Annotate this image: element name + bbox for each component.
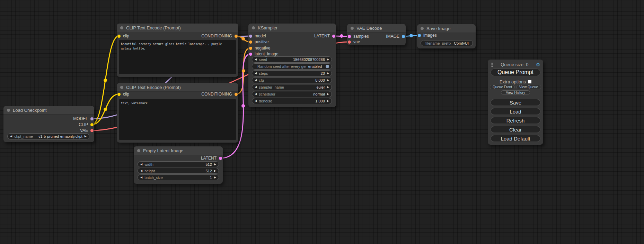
link-midpoint-dot[interactable] [104, 79, 107, 82]
latent-output-dot[interactable] [219, 157, 222, 160]
conditioning-input-dot[interactable] [249, 40, 252, 44]
conditioning-output-dot[interactable] [235, 93, 238, 96]
queue-panel[interactable]: Queue size: 0 ⚙ Queue Prompt Extra optio… [488, 60, 543, 145]
next-value-arrow-icon[interactable]: ▶ [327, 93, 329, 96]
link-midpoint-dot[interactable] [241, 104, 245, 108]
output-slot-conditioning[interactable]: CONDITIONING [201, 33, 238, 39]
output-slot-latent[interactable]: LATENT [314, 33, 335, 39]
increment-arrow-icon[interactable]: ▶ [214, 163, 216, 166]
increment-arrow-icon[interactable]: ▶ [327, 58, 329, 61]
view-history-button[interactable]: View History [501, 90, 530, 95]
comfyui-graph-canvas[interactable]: Load Checkpoint MODEL CLIP VAE ◀ ckpt_na… [0, 0, 644, 244]
node-title-bar[interactable]: CLIP Text Encode (Prompt) [117, 83, 238, 92]
input-slot-latent-image[interactable]: latent_image [249, 51, 279, 57]
image-output-dot[interactable] [402, 35, 405, 38]
link-midpoint-dot[interactable] [104, 108, 107, 111]
node-empty-latent-image[interactable]: Empty Latent Image LATENT ◀ width 512 ▶ … [134, 146, 223, 184]
image-input-dot[interactable] [418, 34, 421, 37]
node-title-bar[interactable]: CLIP Text Encode (Prompt) [117, 24, 238, 32]
input-slot-clip[interactable]: clip [117, 91, 129, 97]
input-slot-clip[interactable]: clip [117, 33, 129, 39]
output-slot-image[interactable]: IMAGE [386, 34, 405, 39]
input-slot-images[interactable]: images [418, 33, 437, 38]
decrement-arrow-icon[interactable]: ◀ [140, 163, 142, 166]
clip-output-dot[interactable] [90, 123, 94, 126]
node-save-image[interactable]: Save Image images filename_prefix ComfyU… [417, 24, 476, 48]
prev-value-arrow-icon[interactable]: ◀ [255, 93, 257, 96]
link-midpoint-dot[interactable] [409, 34, 413, 37]
node-title-bar[interactable]: Save Image [417, 24, 476, 33]
sampler-name-widget[interactable]: ◀ sampler_name euler ▶ [252, 84, 332, 90]
increment-arrow-icon[interactable]: ▶ [327, 100, 329, 102]
link-midpoint-dot[interactable] [242, 69, 245, 73]
next-value-arrow-icon[interactable]: ▶ [327, 86, 329, 89]
width-widget[interactable]: ◀ width 512 ▶ [138, 161, 219, 167]
height-widget[interactable]: ◀ height 512 ▶ [138, 168, 219, 174]
prev-value-arrow-icon[interactable]: ◀ [10, 135, 12, 138]
filename-prefix-widget[interactable]: filename_prefix ComfyUI [421, 40, 473, 46]
vae-output-dot[interactable] [90, 129, 94, 132]
model-output-dot[interactable] [90, 117, 94, 120]
input-slot-negative[interactable]: negative [249, 45, 270, 51]
conditioning-input-dot[interactable] [249, 47, 252, 50]
input-slot-positive[interactable]: positive [249, 39, 269, 45]
latent-input-dot[interactable] [249, 53, 252, 56]
conditioning-output-dot[interactable] [235, 35, 238, 38]
latent-output-dot[interactable] [332, 35, 335, 38]
scheduler-widget[interactable]: ◀ scheduler normal ▶ [252, 91, 332, 97]
batch-size-widget[interactable]: ◀ batch_size 1 ▶ [138, 174, 219, 180]
latent-input-dot[interactable] [348, 35, 351, 38]
output-slot-latent[interactable]: LATENT [201, 155, 222, 161]
prompt-textarea[interactable]: beautiful scenery nature glass bottle la… [119, 40, 236, 74]
node-clip-text-encode-positive[interactable]: CLIP Text Encode (Prompt) clip CONDITION… [117, 24, 238, 77]
decrement-arrow-icon[interactable]: ◀ [140, 170, 142, 172]
output-slot-clip[interactable]: CLIP [79, 122, 94, 127]
gear-icon[interactable]: ⚙ [536, 62, 540, 67]
input-slot-model[interactable]: model [249, 33, 266, 39]
decrement-arrow-icon[interactable]: ◀ [255, 100, 257, 102]
queue-front-button[interactable]: Queue Front [490, 85, 515, 89]
refresh-button[interactable]: Refresh [491, 117, 540, 124]
clip-input-dot[interactable] [117, 93, 121, 96]
input-slot-vae[interactable]: vae [348, 39, 360, 45]
drag-handle-icon[interactable] [491, 62, 493, 67]
increment-arrow-icon[interactable]: ▶ [327, 79, 329, 82]
node-title-bar[interactable]: KSampler [248, 24, 336, 32]
clear-button[interactable]: Clear [491, 126, 540, 133]
steps-widget[interactable]: ◀ steps 20 ▶ [252, 70, 332, 76]
toggle-icon[interactable] [326, 65, 329, 68]
increment-arrow-icon[interactable]: ▶ [214, 176, 216, 179]
ckpt-name-widget[interactable]: ◀ ckpt_name v1-5-pruned-emaonly.ckpt ▶ [7, 133, 89, 139]
link-midpoint-dot[interactable] [241, 37, 245, 40]
load-button[interactable]: Load [491, 108, 540, 115]
cfg-widget[interactable]: ◀ cfg 8.000 ▶ [252, 77, 332, 83]
output-slot-conditioning[interactable]: CONDITIONING [201, 91, 238, 97]
node-ksampler[interactable]: KSampler model positive negative latent_… [248, 24, 336, 107]
prompt-textarea[interactable]: text, watermark [119, 99, 236, 140]
output-slot-vae[interactable]: VAE [80, 128, 94, 133]
seed-widget[interactable]: ◀ seed 156680208700286 ▶ [252, 56, 332, 63]
node-title-bar[interactable]: VAE Decode [347, 24, 406, 33]
view-queue-button[interactable]: View Queue [516, 85, 541, 89]
increment-arrow-icon[interactable]: ▶ [214, 170, 216, 172]
extra-options-checkbox[interactable] [528, 80, 531, 83]
output-slot-model[interactable]: MODEL [73, 116, 94, 121]
node-load-checkpoint[interactable]: Load Checkpoint MODEL CLIP VAE ◀ ckpt_na… [3, 106, 94, 142]
denoise-widget[interactable]: ◀ denoise 1.000 ▶ [252, 98, 332, 104]
decrement-arrow-icon[interactable]: ◀ [255, 72, 257, 75]
decrement-arrow-icon[interactable]: ◀ [255, 58, 257, 61]
clip-input-dot[interactable] [117, 35, 121, 38]
random-seed-toggle-widget[interactable]: Random seed after every gen enabled [252, 63, 332, 70]
decrement-arrow-icon[interactable]: ◀ [255, 79, 257, 82]
node-vae-decode[interactable]: VAE Decode samples vae IMAGE [347, 24, 406, 45]
queue-prompt-button[interactable]: Queue Prompt [491, 69, 540, 76]
increment-arrow-icon[interactable]: ▶ [327, 72, 329, 75]
vae-input-dot[interactable] [348, 40, 351, 44]
load-default-button[interactable]: Load Default [491, 135, 540, 142]
next-value-arrow-icon[interactable]: ▶ [85, 135, 87, 138]
node-title-bar[interactable]: Empty Latent Image [134, 146, 223, 155]
prev-value-arrow-icon[interactable]: ◀ [255, 86, 257, 89]
decrement-arrow-icon[interactable]: ◀ [140, 176, 142, 179]
node-clip-text-encode-negative[interactable]: CLIP Text Encode (Prompt) clip CONDITION… [117, 83, 238, 143]
link-midpoint-dot[interactable] [340, 34, 343, 38]
